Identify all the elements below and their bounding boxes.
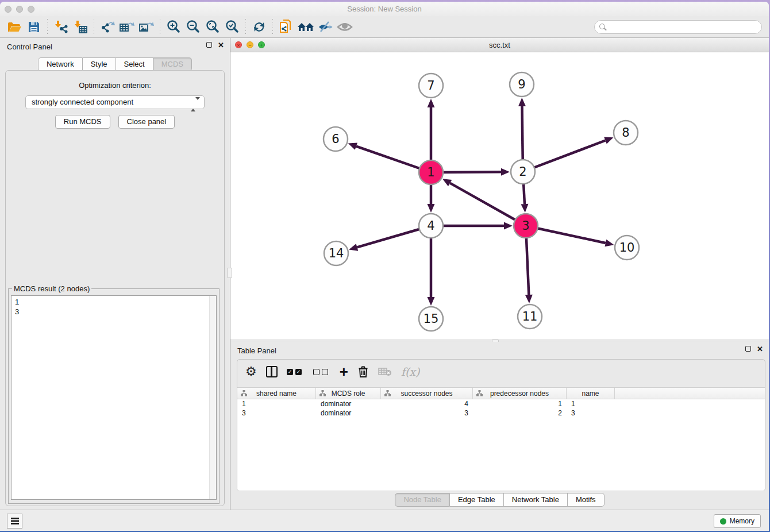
table-row[interactable]: 3dominator323 [237,408,765,418]
network-window-titlebar[interactable]: × − + scc.txt [230,38,769,52]
table-cell: dominator [316,399,381,408]
optimization-criterion-value: strongly connected component [32,98,133,106]
table-toolbar: ⚙ + f(x) [237,360,765,384]
tab-node-table[interactable]: Node Table [395,493,450,507]
delete-table-icon-disabled [378,364,392,379]
toolbar-separator [160,19,160,35]
column-label: MCDS role [332,390,365,398]
tab-mcds[interactable]: MCDS [153,57,192,71]
table-cell: 1 [567,399,615,408]
node-label: 11 [522,310,538,323]
list-icon [11,518,19,525]
apply-layout-icon[interactable] [249,18,269,36]
table-panel-title: Table Panel [237,346,276,355]
save-session-icon[interactable] [24,18,44,36]
tab-network[interactable]: Network [38,57,83,71]
float-panel-icon[interactable] [206,42,212,48]
zoom-in-icon[interactable] [164,18,183,36]
delete-column-icon[interactable] [357,364,369,379]
table-row[interactable]: 1dominator411 [237,399,765,408]
export-image-icon[interactable] [137,18,156,36]
column-panes-icon[interactable] [266,364,278,379]
network-canvas[interactable]: 7968124314101511 [230,52,769,340]
column-header-shared-name[interactable]: shared name [237,388,316,399]
main-titlebar: Session: New Session [0,2,769,16]
node-table: shared nameMCDS rolesuccessor nodesprede… [237,387,765,491]
column-header-MCDS-role[interactable]: MCDS role [316,388,381,399]
close-panel-button[interactable]: Close panel [118,115,175,129]
network-window-title: scc.txt [230,41,769,49]
column-label: predecessor nodes [490,390,549,398]
column-label: shared name [256,390,297,398]
close-table-panel-icon[interactable]: ✕ [757,346,763,352]
table-panel-tabs: Node TableEdge TableNetwork TableMotifs [230,493,769,507]
toolbar-separator [272,19,273,35]
cyndex-homes-icon[interactable] [296,18,315,36]
hierarchy-icon [319,390,326,398]
arrowhead-icon [518,98,526,106]
tab-edge-table[interactable]: Edge Table [450,493,504,507]
zoom-fit-icon[interactable] [203,18,222,36]
search-input[interactable] [609,21,758,33]
tab-motifs[interactable]: Motifs [568,493,605,507]
toolbar-separator [245,19,246,35]
memory-label: Memory [730,517,754,525]
column-header-successor-nodes[interactable]: successor nodes [381,388,473,399]
select-all-columns-icon[interactable] [287,364,304,379]
select-stepper-icon [191,98,200,111]
search-field[interactable] [594,20,762,34]
unselect-all-columns-icon[interactable] [313,364,330,379]
toolbar-separator [94,19,94,35]
result-scrollbar[interactable] [209,296,216,499]
tab-network-table[interactable]: Network Table [504,493,568,507]
export-network-icon[interactable] [98,18,117,36]
table-cell: dominator [316,408,381,418]
zoom-out-icon[interactable] [183,18,203,36]
arrowhead-icon [525,295,533,303]
network-from-selection-icon[interactable] [276,18,296,36]
edge-3-1[interactable] [450,183,526,226]
hierarchy-icon [476,390,483,398]
hierarchy-icon [241,390,247,398]
table-cell: 1 [237,399,316,408]
memory-status-icon [720,518,726,525]
toolbar-separator [47,19,48,35]
mcds-result-text[interactable]: 13 [11,295,217,500]
node-table-container: ⚙ + f(x) shared nameMCDS rolesuccessor n… [237,359,765,491]
import-table-icon[interactable] [71,18,90,36]
optimization-criterion-select[interactable]: strongly connected component [25,95,205,109]
splitter-grip-vertical[interactable] [227,268,232,278]
tab-select[interactable]: Select [116,57,153,71]
function-builder-icon-disabled: f(x) [401,364,420,379]
desktop-background: Session: New Session [0,0,770,532]
column-header-predecessor-nodes[interactable]: predecessor nodes [473,388,567,399]
arrowhead-icon [349,244,358,250]
table-settings-gear-icon[interactable]: ⚙ [245,364,257,379]
arrowhead-icon [428,99,435,107]
column-header-name[interactable]: name [567,388,615,399]
edge-2-8[interactable] [523,140,605,172]
add-column-icon[interactable]: + [340,364,348,379]
hide-panels-icon[interactable] [315,18,335,36]
memory-button[interactable]: Memory [714,514,761,528]
run-mcds-button[interactable]: Run MCDS [55,115,110,129]
import-network-icon[interactable] [51,18,71,36]
table-cell: 3 [381,408,473,418]
close-panel-icon[interactable]: ✕ [218,42,224,48]
column-label: successor nodes [401,390,452,398]
network-view-window: × − + scc.txt 7968124314101511 [230,38,769,342]
table-cell: 1 [473,399,567,408]
node-label: 14 [329,246,344,260]
open-session-icon[interactable] [5,18,24,36]
arrowhead-icon [504,222,513,230]
column-label: name [582,390,599,398]
zoom-selected-icon[interactable] [222,18,242,36]
node-label: 4 [427,219,434,233]
export-table-icon[interactable] [117,18,137,36]
arrowhead-icon [348,142,357,149]
show-eye-disabled-icon [335,18,355,36]
float-table-panel-icon[interactable] [745,346,751,352]
tab-style[interactable]: Style [83,57,116,71]
arrowhead-icon [428,297,435,306]
task-history-button[interactable] [7,514,22,529]
